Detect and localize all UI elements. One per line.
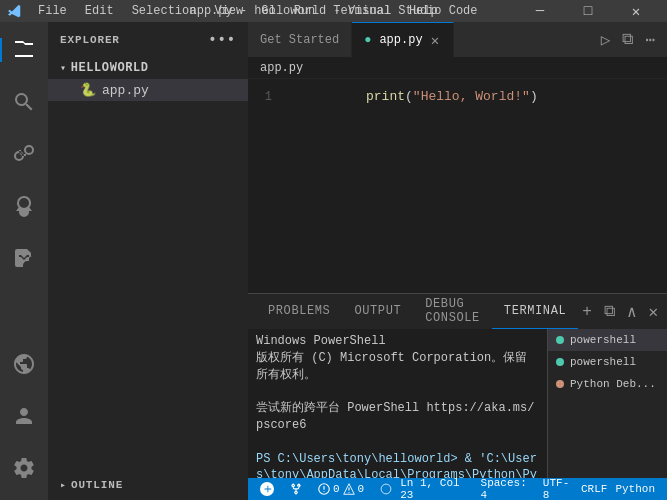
maximize-panel-button[interactable]: ∧ <box>623 300 641 324</box>
status-eol[interactable]: CRLF <box>577 478 611 500</box>
bottom-panel: PROBLEMS OUTPUT DEBUG CONSOLE TERMINAL +… <box>248 293 667 478</box>
activity-settings[interactable] <box>0 444 48 492</box>
terminal-content-area: Windows PowerShell 版权所有 (C) Microsoft Co… <box>248 329 667 478</box>
terminal-line-4 <box>256 434 539 451</box>
tab-right-controls: ▷ ⧉ ⋯ <box>589 22 667 57</box>
sidebar-header: Explorer ••• <box>48 22 248 57</box>
activity-remote[interactable] <box>0 340 48 388</box>
line-number-1: 1 <box>248 90 288 104</box>
outline-header[interactable]: ▸ OUTLINE <box>48 474 248 496</box>
python-file-icon: 🐍 <box>80 82 96 98</box>
sidebar-more-button[interactable]: ••• <box>208 32 236 48</box>
code-close-paren: ) <box>530 89 538 104</box>
terminal-item-powershell-1[interactable]: powershell <box>548 329 667 351</box>
run-button[interactable]: ▷ <box>597 28 615 52</box>
tab-apppy-icon: ● <box>364 33 371 47</box>
tab-get-started-label: Get Started <box>260 33 339 47</box>
terminal-main[interactable]: Windows PowerShell 版权所有 (C) Microsoft Co… <box>248 329 547 478</box>
terminal-item-label-1: powershell <box>570 334 636 346</box>
status-spaces[interactable]: Spaces: 4 <box>477 478 539 500</box>
activity-account[interactable] <box>0 392 48 440</box>
tab-apppy-close[interactable]: ✕ <box>429 32 441 49</box>
status-remote[interactable] <box>256 478 278 500</box>
tab-terminal[interactable]: TERMINAL <box>492 294 578 329</box>
menu-file[interactable]: File <box>32 2 73 20</box>
split-terminal-button[interactable]: ⧉ <box>600 300 619 323</box>
status-info[interactable] <box>376 478 396 500</box>
file-row-apppy[interactable]: 🐍 app.py <box>48 79 248 101</box>
sidebar-header-icons: ••• <box>208 32 236 48</box>
folder-name: HELLOWORLD <box>71 61 149 75</box>
tab-apppy-label: app.py <box>379 33 422 47</box>
terminal-line-0: Windows PowerShell <box>256 333 539 350</box>
activity-source-control[interactable] <box>0 130 48 178</box>
menu-edit[interactable]: Edit <box>79 2 120 20</box>
folder-row[interactable]: ▾ HELLOWORLD <box>48 57 248 79</box>
code-print-keyword: print <box>366 89 405 104</box>
minimize-button[interactable]: ─ <box>517 0 563 22</box>
status-ln-col[interactable]: Ln 1, Col 23 <box>396 478 476 500</box>
split-editor-button[interactable]: ⧉ <box>618 28 637 51</box>
tab-bar: Get Started ● app.py ✕ ▷ ⧉ ⋯ <box>248 22 667 57</box>
terminal-status-dot-3 <box>556 380 564 388</box>
close-panel-button[interactable]: ✕ <box>645 300 663 324</box>
editor-area: Get Started ● app.py ✕ ▷ ⧉ ⋯ app.py 1 pr… <box>248 22 667 500</box>
tab-problems[interactable]: PROBLEMS <box>256 294 342 329</box>
window-title: app.py - helloworld - Visual Studio Code <box>189 4 477 18</box>
terminal-item-label-2: powershell <box>570 356 636 368</box>
breadcrumb-file[interactable]: app.py <box>260 61 303 75</box>
file-name-apppy: app.py <box>102 83 149 98</box>
activity-explorer[interactable] <box>0 26 48 74</box>
terminal-item-label-3: Python Deb... <box>570 378 656 390</box>
terminal-line-2 <box>256 383 539 400</box>
outline-title: OUTLINE <box>71 479 123 491</box>
terminal-status-dot-1 <box>556 336 564 344</box>
warning-icon <box>343 483 355 495</box>
status-encoding[interactable]: UTF-8 <box>539 478 577 500</box>
terminal-line-3: 尝试新的跨平台 PowerShell https://aka.ms/pscore… <box>256 400 539 434</box>
new-terminal-button[interactable]: + <box>578 301 596 323</box>
activity-extensions[interactable] <box>0 234 48 282</box>
terminal-item-python-debug[interactable]: Python Deb... <box>548 373 667 395</box>
terminal-line-1: 版权所有 (C) Microsoft Corporation。保留所有权利。 <box>256 350 539 384</box>
status-bar-left: 0 0 <box>256 478 396 500</box>
error-count: 0 <box>333 483 340 495</box>
activity-search[interactable] <box>0 78 48 126</box>
activity-bar <box>0 22 48 500</box>
title-bar: File Edit Selection View Go Run Terminal… <box>0 0 667 22</box>
explorer-title: Explorer <box>60 34 120 46</box>
status-errors[interactable]: 0 0 <box>314 478 368 500</box>
activity-debug[interactable] <box>0 182 48 230</box>
branch-icon <box>290 483 302 495</box>
tab-output[interactable]: OUTPUT <box>342 294 413 329</box>
remote-icon <box>260 482 274 496</box>
outline-section: ▸ OUTLINE <box>48 470 248 500</box>
status-bar: 0 0 Ln 1, Col 23 Spaces: 4 UTF-8 CRLF Py… <box>248 478 667 500</box>
terminal-status-dot-2 <box>556 358 564 366</box>
code-string-value: "Hello, World!" <box>413 89 530 104</box>
terminal-sidebar: powershell powershell Python Deb... <box>547 329 667 478</box>
status-bar-right: Ln 1, Col 23 Spaces: 4 UTF-8 CRLF Python <box>396 478 659 500</box>
sidebar: Explorer ••• ▾ HELLOWORLD 🐍 app.py ▸ OUT… <box>48 22 248 500</box>
more-tabs-button[interactable]: ⋯ <box>641 28 659 52</box>
status-branch[interactable] <box>286 478 306 500</box>
breadcrumb: app.py <box>248 57 667 79</box>
tab-apppy[interactable]: ● app.py ✕ <box>352 22 454 57</box>
status-language[interactable]: Python <box>611 478 659 500</box>
code-line-1: 1 print("Hello, World!") <box>248 87 667 106</box>
tab-debug-console[interactable]: DEBUG CONSOLE <box>413 294 492 329</box>
close-button[interactable]: ✕ <box>613 0 659 22</box>
maximize-button[interactable]: □ <box>565 0 611 22</box>
main-container: Explorer ••• ▾ HELLOWORLD 🐍 app.py ▸ OUT… <box>0 22 667 500</box>
error-icon <box>318 483 330 495</box>
terminal-item-powershell-2[interactable]: powershell <box>548 351 667 373</box>
panel-right-controls: + ⧉ ∧ ✕ <box>578 294 662 329</box>
window-controls: ─ □ ✕ <box>517 0 659 22</box>
folder-expand-icon: ▾ <box>60 62 67 74</box>
terminal-line-5: PS C:\Users\tony\helloworld> & 'C:\Users… <box>256 451 539 478</box>
code-editor[interactable]: 1 print("Hello, World!") <box>248 79 667 293</box>
info-icon <box>380 483 392 495</box>
outline-arrow-icon: ▸ <box>60 479 67 491</box>
tab-get-started[interactable]: Get Started <box>248 22 352 57</box>
activity-bar-bottom <box>0 340 48 500</box>
